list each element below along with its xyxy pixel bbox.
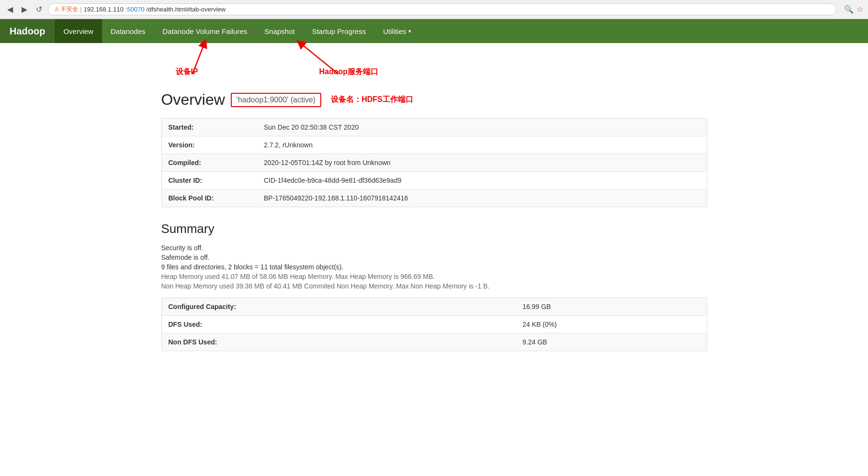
annotation-area: 设备IP Hadoop服务端口 (161, 53, 707, 91)
summary-table: Configured Capacity:16.99 GBDFS Used:24 … (161, 298, 707, 351)
info-value: Sun Dec 20 02:50:38 CST 2020 (257, 119, 707, 136)
url-port: :50070 (125, 6, 145, 13)
info-table: Started:Sun Dec 20 02:50:38 CST 2020Vers… (161, 118, 707, 207)
navbar: Hadoop Overview Datanodes Datanode Volum… (0, 19, 868, 43)
non-heap-memory: Non Heap Memory used 39.36 MB of 40.41 M… (161, 282, 707, 290)
summary-value: 16.99 GB (516, 298, 707, 316)
nav-item-startup-progress[interactable]: Startup Progress (304, 19, 375, 43)
url-path: /dfshealth.html#tab-overview (147, 6, 225, 13)
summary-label: Non DFS Used: (161, 333, 516, 351)
url-host: 192.168.1.110 (84, 6, 124, 13)
summary-title: Summary (161, 221, 707, 236)
summary-label: DFS Used: (161, 316, 516, 333)
heap-memory: Heap Memory used 41.07 MB of 58.06 MB He… (161, 273, 707, 280)
info-value: 2.7.2, rUnknown (257, 136, 707, 154)
back-button[interactable]: ◀ (5, 4, 15, 15)
separator: | (80, 6, 81, 13)
nav-item-utilities[interactable]: Utilities ▾ (374, 19, 419, 43)
security-warning: ⚠ 不安全 (54, 5, 78, 13)
page-title: Overview (161, 91, 225, 109)
filesystem-objects: 9 files and directories, 2 blocks = 11 t… (161, 263, 707, 271)
summary-section: Summary Security is off. Safemode is off… (161, 221, 707, 351)
summary-table-row: DFS Used:24 KB (0%) (161, 316, 707, 333)
nav-item-datanodes[interactable]: Datanodes (102, 19, 154, 43)
info-value: 2020-12-05T01:14Z by root from Unknown (257, 154, 707, 172)
active-node-badge: 'hadoop1:9000' (active) (231, 93, 321, 107)
address-bar[interactable]: ⚠ 不安全 | 192.168.1.110:50070/dfshealth.ht… (48, 3, 836, 15)
info-value: BP-1765049220-192.168.1.110-160791814241… (257, 189, 707, 207)
overview-heading: Overview 'hadoop1:9000' (active) 设备名：HDF… (161, 91, 707, 109)
browser-chrome: ◀ ▶ ↺ ⚠ 不安全 | 192.168.1.110:50070/dfshea… (0, 0, 868, 19)
nav-item-snapshot[interactable]: Snapshot (256, 19, 303, 43)
navbar-brand[interactable]: Hadoop (0, 19, 55, 43)
refresh-button[interactable]: ↺ (34, 4, 44, 15)
summary-value: 9.24 GB (516, 333, 707, 351)
summary-table-row: Configured Capacity:16.99 GB (161, 298, 707, 316)
search-icon[interactable]: 🔍 (844, 5, 854, 14)
forward-button[interactable]: ▶ (19, 4, 30, 15)
info-table-row: Compiled:2020-12-05T01:14Z by root from … (161, 154, 707, 172)
info-value: CID-1f4edc0e-b9ca-48dd-9e81-df36d63e9ad9 (257, 172, 707, 189)
info-label: Compiled: (161, 154, 257, 172)
security-status: Security is off. (161, 244, 707, 252)
summary-value: 24 KB (0%) (516, 316, 707, 333)
info-table-row: Cluster ID:CID-1f4edc0e-b9ca-48dd-9e81-d… (161, 172, 707, 189)
device-name-label: 设备名：HDFS工作端口 (331, 95, 413, 105)
info-label: Cluster ID: (161, 172, 257, 189)
page-content: 设备IP Hadoop服务端口 Overview 'hadoop1:9000' … (147, 43, 721, 361)
info-table-row: Block Pool ID:BP-1765049220-192.168.1.11… (161, 189, 707, 207)
info-table-row: Started:Sun Dec 20 02:50:38 CST 2020 (161, 119, 707, 136)
info-table-row: Version:2.7.2, rUnknown (161, 136, 707, 154)
annotation-service-port: Hadoop服务端口 (319, 67, 379, 77)
nav-item-overview[interactable]: Overview (55, 19, 102, 43)
summary-table-row: Non DFS Used:9.24 GB (161, 333, 707, 351)
dropdown-arrow-icon: ▾ (408, 28, 411, 34)
annotation-device-ip: 设备IP (176, 67, 198, 77)
info-label: Started: (161, 119, 257, 136)
nav-item-datanode-volume-failures[interactable]: Datanode Volume Failures (154, 19, 256, 43)
navbar-nav: Overview Datanodes Datanode Volume Failu… (55, 19, 419, 43)
info-label: Version: (161, 136, 257, 154)
bookmark-icon[interactable]: ☆ (857, 5, 863, 14)
safemode-status: Safemode is off. (161, 254, 707, 261)
info-label: Block Pool ID: (161, 189, 257, 207)
summary-label: Configured Capacity: (161, 298, 516, 316)
browser-actions: 🔍 ☆ (844, 5, 863, 14)
